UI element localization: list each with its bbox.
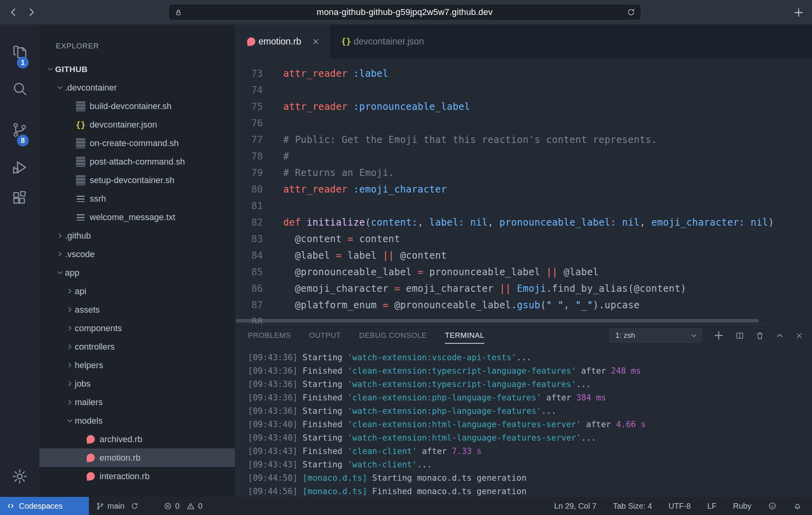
browser-toolbar: mona-github-github-g59jpq2w5w7.github.de… <box>0 0 812 24</box>
code-line[interactable]: 76 <box>235 115 812 132</box>
code-line[interactable]: 74 <box>235 82 812 98</box>
tree-item-GITHUB[interactable]: GITHUB <box>39 60 235 78</box>
code-line[interactable]: 82def initialize(content:, label: nil, p… <box>235 214 812 231</box>
code-line[interactable]: 86 @emoji_character = emoji_character ||… <box>235 280 812 297</box>
status-item-label: LF <box>707 502 716 511</box>
panel-action-plus-icon[interactable] <box>713 330 724 341</box>
new-tab-button[interactable] <box>792 6 806 20</box>
status-item-smiley-icon[interactable] <box>768 502 777 510</box>
tree-item-.vscode[interactable]: .vscode <box>39 245 235 263</box>
tree-item-models[interactable]: models <box>39 411 235 430</box>
panel-action-chevron-up-icon[interactable] <box>775 331 784 340</box>
lines-glyph <box>77 214 85 220</box>
panel-tab-terminal[interactable]: TERMINAL <box>445 326 484 345</box>
json-file-icon: {} <box>340 37 352 46</box>
code-line[interactable]: 84 @label = label || @content <box>235 247 812 264</box>
tree-item-ssrh[interactable]: ssrh <box>39 189 235 208</box>
activity-item-run-debug[interactable] <box>9 156 31 178</box>
panel-action-close-icon[interactable] <box>795 332 803 340</box>
status-item-ruby[interactable]: Ruby <box>733 502 751 511</box>
code-line[interactable]: 85 @pronounceable_label = pronounceable_… <box>235 264 812 280</box>
line-number: 73 <box>235 68 263 79</box>
sync-button[interactable] <box>131 502 138 510</box>
tree-item-setup-devcontainer.sh[interactable]: setup-devcontainer.sh <box>39 171 235 189</box>
close-icon[interactable] <box>312 37 320 46</box>
activity-item-search[interactable] <box>9 78 31 100</box>
code-text: attr_reader :emoji_character <box>283 184 447 195</box>
tree-item-.github[interactable]: .github <box>39 226 235 245</box>
tree-item-.devcontainer[interactable]: .devcontainer <box>39 78 235 97</box>
status-item-bell-icon[interactable] <box>793 502 802 510</box>
tree-item-components[interactable]: components <box>39 319 235 337</box>
tree-item-label: .github <box>65 231 91 241</box>
tree-item-post-attach-command.sh[interactable]: post-attach-command.sh <box>39 152 235 171</box>
horizontal-scrollbar[interactable] <box>236 319 759 322</box>
tree-item-archived.rb[interactable]: archived.rb <box>39 430 235 448</box>
code-line[interactable]: 83 @content = content <box>235 231 812 247</box>
activity-item-extensions[interactable] <box>9 187 31 209</box>
chevron-right-icon <box>65 343 75 350</box>
activity-item-settings[interactable] <box>9 465 31 487</box>
line-number: 86 <box>235 283 263 294</box>
status-item-utf-8[interactable]: UTF-8 <box>668 502 691 511</box>
panel-tab-problems[interactable]: PROBLEMS <box>248 326 291 345</box>
panel-tab-debug-console[interactable]: DEBUG CONSOLE <box>359 326 427 345</box>
status-item-tab-size-4[interactable]: Tab Size: 4 <box>613 502 652 511</box>
status-item-ln-29-col-7[interactable]: Ln 29, Col 7 <box>554 502 596 511</box>
forward-button[interactable] <box>24 6 38 19</box>
tree-item-emotion.rb[interactable]: emotion.rb <box>39 448 235 467</box>
code-line[interactable]: 87 @platform_enum = @pronounceable_label… <box>235 297 812 313</box>
tree-item-label: build-devcontainer.sh <box>90 101 172 111</box>
tree-item-helpers[interactable]: helpers <box>39 356 235 374</box>
branch-indicator[interactable]: main <box>96 502 124 511</box>
panel-action-split-icon[interactable] <box>735 331 744 340</box>
code-text: @content = content <box>283 233 400 245</box>
tree-item-label: .devcontainer <box>65 83 117 93</box>
problems-indicator[interactable]: 0 0 <box>164 502 202 511</box>
tree-item-mailers[interactable]: mailers <box>39 393 235 411</box>
back-button[interactable] <box>7 6 20 19</box>
code-line[interactable]: 81 <box>235 198 812 214</box>
json-file-icon: {} <box>75 120 87 130</box>
status-item-label: Tab Size: 4 <box>613 502 652 511</box>
codespaces-icon <box>6 502 15 510</box>
activity-bar: 18 <box>0 24 39 497</box>
tree-item-label: devcontainer.json <box>90 120 157 130</box>
panel-tab-output[interactable]: OUTPUT <box>309 326 341 345</box>
editor-tab-emotion.rb[interactable]: emotion.rb <box>235 24 330 58</box>
chevron-right-icon <box>65 380 75 387</box>
code-line[interactable]: 78# <box>235 148 812 165</box>
code-viewport[interactable]: 73attr_reader :label7475attr_reader :pro… <box>235 58 812 324</box>
status-bar-right: Ln 29, Col 7Tab Size: 4UTF-8LFRuby <box>554 502 812 511</box>
chevron-right-icon <box>65 324 75 332</box>
tree-item-assets[interactable]: assets <box>39 300 235 319</box>
tree-item-welcome_message.txt[interactable]: welcome_message.txt <box>39 208 235 226</box>
ruby-file-icon <box>85 454 96 462</box>
code-line[interactable]: 80attr_reader :emoji_character <box>235 181 812 198</box>
reload-icon[interactable] <box>627 8 635 17</box>
chevron-down-icon <box>55 269 65 276</box>
panel-action-trash-icon[interactable] <box>755 331 764 340</box>
warning-count: 0 <box>198 502 202 511</box>
code-line[interactable]: 75attr_reader :pronounceable_label <box>235 98 812 115</box>
line-number: 87 <box>235 300 263 311</box>
editor-tab-devcontainer.json[interactable]: {}devcontainer.json <box>330 24 434 58</box>
chevron-down-icon <box>690 332 698 339</box>
codespaces-button[interactable]: Codespaces <box>0 497 89 515</box>
terminal-output[interactable]: [09:43:36] Starting 'watch-extension:vsc… <box>235 347 812 497</box>
code-line[interactable]: 77# Public: Get the Emoji that this reac… <box>235 132 812 148</box>
tree-item-interaction.rb[interactable]: interaction.rb <box>39 467 235 485</box>
code-line[interactable]: 79# Returns an Emoji. <box>235 165 812 181</box>
status-item-lf[interactable]: LF <box>707 502 716 511</box>
tree-item-controllers[interactable]: controllers <box>39 337 235 356</box>
tree-item-jobs[interactable]: jobs <box>39 374 235 393</box>
tree-item-api[interactable]: api <box>39 282 235 300</box>
terminal-shell-dropdown[interactable]: 1: zsh <box>609 328 702 343</box>
tree-item-devcontainer.json[interactable]: {}devcontainer.json <box>39 115 235 134</box>
code-line[interactable]: 73attr_reader :label <box>235 65 812 82</box>
address-bar[interactable]: mona-github-github-g59jpq2w5w7.github.de… <box>168 4 641 20</box>
tree-item-app[interactable]: app <box>39 263 235 282</box>
tree-item-on-create-command.sh[interactable]: on-create-command.sh <box>39 134 235 152</box>
tree-item-build-devcontainer.sh[interactable]: build-devcontainer.sh <box>39 97 235 115</box>
doc-file-icon <box>75 157 87 167</box>
